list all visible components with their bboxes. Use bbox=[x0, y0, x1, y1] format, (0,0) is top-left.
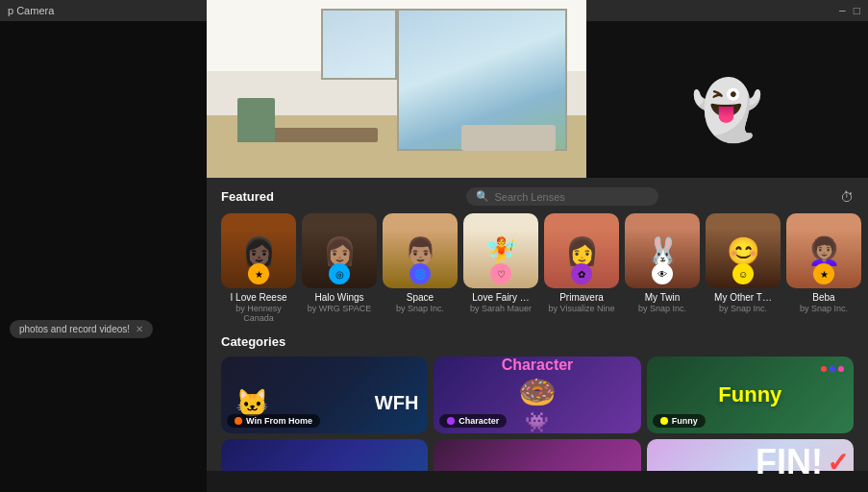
search-input[interactable] bbox=[494, 191, 649, 203]
wfh-pill-dot bbox=[235, 417, 242, 425]
category-card-funny[interactable]: Funny Funny bbox=[647, 357, 854, 433]
lens-name-4: Love Fairy … bbox=[472, 292, 529, 304]
lens-item[interactable]: 👩🏿 ★ I Love Reese by Hennesy Canada bbox=[221, 213, 296, 323]
window-controls: – □ bbox=[839, 4, 860, 17]
wfh-pill-label: Win From Home bbox=[246, 416, 312, 426]
minimize-button[interactable]: – bbox=[839, 4, 846, 17]
cat-gaming-text: Gaming bbox=[292, 468, 357, 472]
search-bar[interactable]: 🔍 bbox=[466, 187, 658, 206]
chair bbox=[237, 98, 276, 142]
categories-title: Categories bbox=[221, 334, 854, 349]
character-monster-emoji: 👾 bbox=[502, 410, 574, 433]
lens-author-6: by Snap Inc. bbox=[638, 304, 686, 313]
lens-thumb-6: 🐰 👁 bbox=[625, 213, 700, 288]
lens-author-5: by Visualize Nine bbox=[549, 304, 615, 313]
character-pill-dot bbox=[447, 417, 455, 425]
lens-name-8: Beba bbox=[812, 292, 834, 304]
lens-item[interactable]: 👩🏽‍🦱 ★ Beba by Snap Inc. bbox=[786, 213, 861, 323]
lens-thumb-2: 👩🏽 ◎ bbox=[302, 213, 377, 288]
lens-author-1: by Hennesy Canada bbox=[221, 304, 296, 323]
lens-author-4: by Sarah Mauer bbox=[470, 304, 532, 313]
lens-thumb-8: 👩🏽‍🦱 ★ bbox=[786, 213, 861, 288]
lens-thumb-1: 👩🏿 ★ bbox=[221, 213, 296, 288]
character-donut-emoji: 🍩 bbox=[502, 374, 574, 410]
camera-preview bbox=[207, 0, 586, 178]
lens-item[interactable]: 👩 ✿ Primavera by Visualize Nine bbox=[544, 213, 619, 323]
search-icon: 🔍 bbox=[476, 190, 489, 203]
lens-indicator-8: ★ bbox=[813, 263, 834, 284]
history-icon[interactable]: ⏱ bbox=[840, 189, 854, 205]
cat-wfh-text: WFH bbox=[375, 392, 419, 414]
category-card-character[interactable]: Character 🍩 👾 Character bbox=[434, 357, 640, 433]
fin-checkmark-icon: ✓ bbox=[827, 447, 849, 479]
cat-character-pill: Character bbox=[439, 414, 507, 428]
fin-overlay: FIN! ✓ bbox=[756, 442, 849, 482]
lens-thumb-5: 👩 ✿ bbox=[544, 213, 619, 288]
funny-dots bbox=[821, 366, 844, 372]
lens-thumb-4: 🧚 ♡ bbox=[463, 213, 538, 288]
category-card-gaming[interactable]: Gaming Gaming bbox=[221, 439, 428, 471]
lens-name-1: I Love Reese bbox=[231, 292, 287, 304]
lens-indicator-5: ✿ bbox=[571, 263, 592, 284]
lens-author-3: by Snap Inc. bbox=[396, 304, 444, 313]
lens-thumb-3: 👨🏽 🌀 bbox=[383, 213, 458, 288]
character-pill-label: Character bbox=[459, 416, 499, 426]
funny-pill-dot bbox=[660, 417, 668, 425]
category-card-cute[interactable]: Cute Cute bbox=[434, 439, 640, 471]
snap-ghost-icon: 👻 bbox=[691, 76, 763, 144]
lens-item[interactable]: 👩🏽 ◎ Halo Wings by WRG SPACE bbox=[302, 213, 377, 323]
lens-indicator-6: 👁 bbox=[652, 263, 673, 284]
lens-item[interactable]: 🐰 👁 My Twin by Snap Inc. bbox=[625, 213, 700, 323]
lens-name-7: My Other T… bbox=[714, 292, 772, 304]
lens-indicator-2: ◎ bbox=[329, 263, 350, 284]
snap-badge-text: photos and record videos! bbox=[19, 324, 130, 334]
snap-badge: photos and record videos! ✕ bbox=[10, 320, 153, 338]
lens-name-2: Halo Wings bbox=[314, 292, 363, 304]
cat-cute-text: Cute bbox=[516, 467, 558, 472]
snap-logo-area: 👻 bbox=[586, 21, 868, 199]
lens-indicator-4: ♡ bbox=[490, 263, 511, 284]
window-small bbox=[321, 9, 397, 80]
lens-item[interactable]: 😊 ☺ My Other T… by Snap Inc. bbox=[706, 213, 781, 323]
room-image bbox=[207, 0, 586, 178]
character-inner: Character 🍩 👾 bbox=[502, 357, 574, 433]
lens-author-2: by WRG SPACE bbox=[308, 304, 371, 313]
cat-wfh-pill: Win From Home bbox=[227, 414, 320, 428]
featured-header: Featured 🔍 ⏱ bbox=[221, 187, 854, 206]
snap-badge-close[interactable]: ✕ bbox=[136, 324, 143, 334]
lens-thumb-7: 😊 ☺ bbox=[706, 213, 781, 288]
left-panel: photos and record videos! ✕ bbox=[0, 21, 207, 492]
bottom-section: Featured 🔍 ⏱ 👩🏿 ★ I Love Reese by Hennes… bbox=[207, 178, 868, 471]
lens-indicator-7: ☺ bbox=[732, 263, 754, 284]
app-title: p Camera bbox=[8, 5, 54, 16]
lens-name-5: Primavera bbox=[559, 292, 604, 304]
funny-pill-label: Funny bbox=[672, 416, 698, 426]
sofa bbox=[461, 125, 557, 152]
cat-funny-pill: Funny bbox=[653, 414, 706, 428]
lens-name-6: My Twin bbox=[645, 292, 681, 304]
category-card-wfh[interactable]: 🐱 WFH Win From Home bbox=[221, 357, 428, 433]
lens-name-3: Space bbox=[407, 292, 434, 304]
fin-text: FIN! bbox=[756, 442, 823, 482]
featured-title: Featured bbox=[221, 189, 274, 204]
maximize-button[interactable]: □ bbox=[854, 4, 860, 17]
lens-indicator-3: 🌀 bbox=[409, 263, 431, 284]
lens-author-7: by Snap Inc. bbox=[719, 304, 767, 313]
character-title-text: Character bbox=[502, 357, 574, 374]
dot-red bbox=[821, 366, 827, 372]
dot-blue bbox=[830, 366, 835, 372]
lens-row: 👩🏿 ★ I Love Reese by Hennesy Canada 👩🏽 ◎… bbox=[221, 213, 854, 323]
cat-funny-text: Funny bbox=[718, 382, 781, 407]
lens-author-8: by Snap Inc. bbox=[800, 304, 848, 313]
lens-item[interactable]: 👨🏽 🌀 Space by Snap Inc. bbox=[383, 213, 458, 323]
lens-indicator-1: ★ bbox=[248, 263, 269, 284]
lens-item[interactable]: 🧚 ♡ Love Fairy … by Sarah Mauer bbox=[463, 213, 538, 323]
dot-pink bbox=[838, 366, 844, 372]
